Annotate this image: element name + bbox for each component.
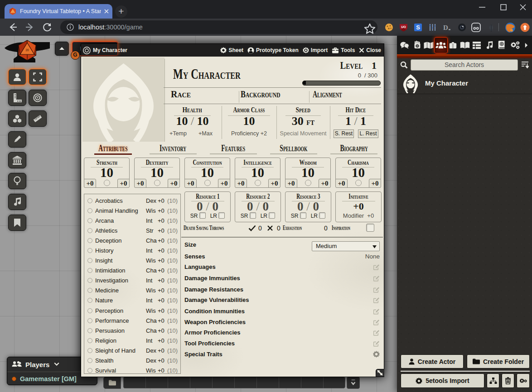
svg-text:D: D: [443, 24, 448, 31]
svg-text:UO: UO: [401, 25, 406, 29]
svg-text:S: S: [416, 24, 420, 31]
svg-text:20: 20: [25, 48, 29, 52]
